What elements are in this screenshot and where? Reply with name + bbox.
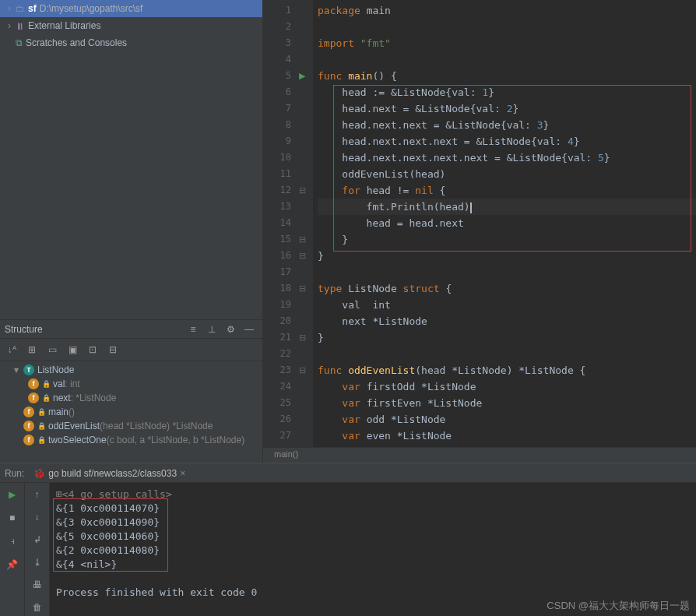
fold-cell[interactable]	[299, 100, 313, 117]
code-line[interactable]: head.next.next.next = &ListNode{val: 4}	[318, 133, 696, 150]
chevron-right-icon[interactable]: ›	[3, 20, 16, 31]
fold-cell[interactable]	[299, 215, 313, 231]
line-number[interactable]: 3	[263, 35, 291, 51]
line-number[interactable]: 9	[263, 133, 291, 150]
code-line[interactable]: package main	[318, 2, 696, 19]
fold-cell[interactable]	[299, 84, 313, 100]
code-line[interactable]: head := &ListNode{val: 1}	[318, 84, 696, 100]
fold-cell[interactable]	[299, 150, 313, 166]
sort-alpha-button[interactable]: ↓ᴬ	[3, 341, 20, 358]
expand-all-button[interactable]: ≡	[185, 321, 202, 338]
line-number[interactable]: 6	[263, 84, 291, 100]
fold-cell[interactable]: ⊟	[299, 231, 313, 248]
line-gutter[interactable]: 1234567891011121314151617181920212223242…	[263, 0, 299, 463]
line-number[interactable]: 14	[263, 215, 291, 231]
chevron-down-icon[interactable]: ▾	[14, 364, 23, 375]
fold-cell[interactable]	[299, 297, 313, 313]
fold-cell[interactable]	[299, 2, 313, 19]
code-line[interactable]: func oddEvenList(head *ListNode) *ListNo…	[318, 362, 696, 378]
line-number[interactable]: 10	[263, 150, 291, 166]
line-number[interactable]: 24	[263, 378, 291, 395]
collapse-all-button[interactable]: ⊥	[203, 321, 220, 338]
show-fields-button[interactable]: ▭	[44, 341, 61, 358]
structure-item[interactable]: f🔒twoSelectOne(c bool, a *ListNode, b *L…	[0, 433, 262, 447]
close-icon[interactable]: ×	[180, 468, 185, 479]
fold-gutter[interactable]: ▶ ⊟ ⊟⊟ ⊟ ⊟ ⊟	[299, 0, 313, 463]
fold-cell[interactable]: ▶	[299, 68, 313, 84]
fold-cell[interactable]	[299, 166, 313, 182]
fold-cell[interactable]: ⊟	[299, 280, 313, 297]
code-line[interactable]: }	[318, 248, 696, 264]
code-editor[interactable]: 1234567891011121314151617181920212223242…	[263, 0, 696, 463]
code-line[interactable]: }	[318, 329, 696, 346]
code-line[interactable]: var odd *ListNode	[318, 411, 696, 428]
line-number[interactable]: 16	[263, 248, 291, 264]
line-number[interactable]: 23	[263, 362, 291, 378]
code-line[interactable]: head.next.next.next.next = &ListNode{val…	[318, 150, 696, 166]
breadcrumb[interactable]: main()	[263, 447, 696, 463]
code-line[interactable]	[318, 19, 696, 35]
gear-icon[interactable]: ⚙	[222, 321, 239, 338]
fold-cell[interactable]: ⊟	[299, 248, 313, 264]
scratches-consoles[interactable]: ⧉ Scratches and Consoles	[0, 34, 262, 51]
structure-item[interactable]: f🔒next: *ListNode	[0, 391, 262, 405]
line-number[interactable]: 22	[263, 346, 291, 362]
layout-button[interactable]: ⫞	[4, 533, 21, 550]
line-number[interactable]: 1	[263, 2, 291, 19]
code-line[interactable]: oddEvenList(head)	[318, 166, 696, 182]
code-line[interactable]: for head != nil {	[318, 182, 696, 199]
line-number[interactable]: 5	[263, 68, 291, 84]
collapse-all-button[interactable]: ⊟	[104, 341, 121, 358]
fold-cell[interactable]: ⊟	[299, 182, 313, 199]
code-line[interactable]	[318, 51, 696, 68]
code-line[interactable]: }	[318, 231, 696, 248]
code-line[interactable]: fmt.Println(head)	[318, 199, 696, 215]
pin-button[interactable]: 📌	[4, 556, 21, 573]
sort-visibility-button[interactable]: ⊞	[23, 341, 40, 358]
line-number[interactable]: 26	[263, 411, 291, 428]
line-number[interactable]: 12	[263, 182, 291, 199]
print-button[interactable]: 🖶	[29, 577, 46, 593]
line-number[interactable]: 27	[263, 428, 291, 444]
line-number[interactable]: 8	[263, 117, 291, 133]
line-number[interactable]: 17	[263, 264, 291, 280]
minimize-button[interactable]: —	[241, 321, 258, 338]
scroll-end-button[interactable]: ⤓	[29, 554, 46, 571]
code-line[interactable]: head.next.next = &ListNode{val: 3}	[318, 117, 696, 133]
fold-cell[interactable]	[299, 346, 313, 362]
down-button[interactable]: ↓	[29, 509, 46, 525]
line-number[interactable]: 2	[263, 19, 291, 35]
run-tab[interactable]: 🐞 go build sf/newclass2/class033 ×	[29, 466, 190, 480]
code-line[interactable]: head.next = &ListNode{val: 2}	[318, 100, 696, 117]
fold-cell[interactable]	[299, 199, 313, 215]
structure-item[interactable]: f🔒val: int	[0, 377, 262, 391]
line-number[interactable]: 19	[263, 297, 291, 313]
code-line[interactable]: val int	[318, 297, 696, 313]
expand-all-button[interactable]: ⊡	[84, 341, 101, 358]
code-line[interactable]: var even *ListNode	[318, 428, 696, 444]
rerun-button[interactable]: ▶	[4, 486, 21, 503]
fold-cell[interactable]	[299, 35, 313, 51]
code-line[interactable]: import "fmt"	[318, 35, 696, 51]
line-number[interactable]: 11	[263, 166, 291, 182]
code-line[interactable]: var firstEven *ListNode	[318, 395, 696, 411]
line-number[interactable]: 25	[263, 395, 291, 411]
structure-item[interactable]: f🔒main()	[0, 405, 262, 419]
line-number[interactable]: 21	[263, 329, 291, 346]
scroll-source-button[interactable]: ▣	[64, 341, 81, 358]
fold-cell[interactable]: ⊟	[299, 329, 313, 346]
line-number[interactable]: 18	[263, 280, 291, 297]
code-line[interactable]: var firstOdd *ListNode	[318, 378, 696, 395]
fold-cell[interactable]	[299, 378, 313, 395]
trash-button[interactable]: 🗑	[29, 600, 46, 616]
run-marker-icon[interactable]: ▶	[299, 71, 305, 80]
line-number[interactable]: 20	[263, 313, 291, 329]
line-number[interactable]: 4	[263, 51, 291, 68]
code-line[interactable]: next *ListNode	[318, 313, 696, 329]
structure-item[interactable]: ▾TListNode	[0, 363, 262, 377]
line-number[interactable]: 7	[263, 100, 291, 117]
fold-cell[interactable]	[299, 117, 313, 133]
structure-item[interactable]: f🔒oddEvenList(head *ListNode) *ListNode	[0, 419, 262, 433]
fold-cell[interactable]	[299, 19, 313, 35]
console-output[interactable]: ⊞<4 go setup calls>&{1 0xc000114070}&{3 …	[50, 483, 696, 616]
